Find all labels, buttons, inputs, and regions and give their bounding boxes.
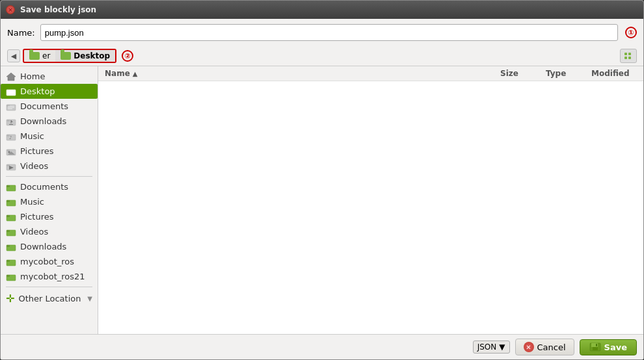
title-bar: × Save blockly json (1, 1, 643, 19)
format-select[interactable]: JSON ▼ (473, 341, 510, 354)
sidebar-divider-2 (6, 287, 92, 287)
sidebar-label-music: Music (20, 131, 44, 141)
annotation-badge-1: ① (625, 27, 637, 38)
sidebar-item-videos[interactable]: Videos (1, 159, 98, 174)
svg-rect-32 (7, 200, 10, 202)
svg-rect-34 (7, 215, 10, 217)
sidebar-divider (6, 176, 92, 177)
col-type: Type (546, 69, 591, 78)
svg-rect-46 (596, 344, 597, 346)
svg-rect-1 (628, 53, 631, 55)
save-icon (589, 342, 601, 352)
sidebar-item-mycobot-ros[interactable]: mycobot_ros (1, 254, 98, 269)
sidebar-item-videos2[interactable]: Videos (1, 224, 98, 239)
sidebar-item-documents2[interactable]: Documents (1, 179, 98, 194)
cancel-button[interactable]: ✕ Cancel (515, 339, 574, 355)
sidebar-item-downloads2[interactable]: Downloads (1, 239, 98, 254)
svg-rect-18 (9, 124, 13, 125)
grid-view-button[interactable] (620, 49, 637, 63)
annotation-badge-2: ② (122, 50, 133, 62)
svg-rect-45 (593, 347, 598, 350)
dialog-title: Save blockly json (20, 5, 96, 14)
svg-rect-8 (7, 90, 10, 92)
home-icon (6, 72, 16, 81)
other-location-arrow: ▼ (87, 295, 92, 302)
folder-icon-downloads (6, 117, 16, 126)
sidebar-label-videos: Videos (20, 161, 48, 171)
breadcrumb-path: er Desktop (23, 49, 116, 63)
sidebar-label-documents: Documents (20, 101, 68, 111)
bottom-bar: JSON ▼ ✕ Cancel Save (1, 334, 643, 359)
col-name[interactable]: Name ▲ (105, 69, 500, 78)
sidebar-item-music[interactable]: ♪ Music (1, 129, 98, 144)
sidebar-item-mycobot-ros21[interactable]: mycobot_ros21 (1, 269, 98, 284)
sidebar-label-pictures: Pictures (20, 146, 53, 156)
save-button[interactable]: Save (580, 339, 637, 355)
sidebar-bottom-section: Documents Music (1, 179, 98, 284)
sidebar-label-documents2: Documents (20, 182, 68, 192)
folder-icon-desktop-sidebar (6, 87, 16, 96)
sidebar-label-pictures2: Pictures (20, 212, 53, 222)
svg-rect-40 (7, 260, 10, 262)
format-label: JSON (477, 342, 497, 352)
sidebar-item-other-location[interactable]: ✛ Other Location ▼ (1, 290, 98, 307)
close-button[interactable]: × (6, 5, 15, 14)
cancel-icon: ✕ (524, 342, 534, 352)
sidebar-label-videos2: Videos (20, 227, 48, 237)
sidebar-label-music2: Music (20, 197, 44, 207)
folder-icon-documents (6, 102, 16, 111)
col-modified: Modified (591, 69, 637, 78)
folder-icon-documents2 (6, 183, 16, 192)
filename-input[interactable] (40, 24, 618, 41)
sidebar-item-music2[interactable]: Music (1, 194, 98, 209)
sidebar-label-other-location: Other Location (18, 294, 81, 303)
svg-rect-0 (624, 53, 627, 55)
svg-rect-42 (7, 275, 10, 277)
folder-icon-videos (6, 162, 16, 171)
svg-rect-36 (7, 230, 10, 232)
folder-icon-downloads2 (6, 242, 16, 251)
breadcrumb-label-er: er (42, 51, 50, 60)
svg-rect-15 (7, 120, 10, 122)
folder-icon-videos2 (6, 227, 16, 237)
svg-rect-11 (8, 106, 14, 107)
save-dialog: × Save blockly json Name: ① ◀ er Desktop… (0, 0, 644, 360)
file-list (98, 81, 643, 334)
svg-rect-2 (624, 57, 627, 59)
sidebar-item-documents[interactable]: Documents (1, 99, 98, 114)
file-area: Name ▲ Size Type Modified (98, 66, 643, 334)
sort-arrow: ▲ (133, 70, 138, 77)
svg-rect-30 (7, 185, 10, 187)
cancel-label: Cancel (537, 342, 566, 352)
file-header: Name ▲ Size Type Modified (98, 66, 643, 81)
sidebar-item-desktop[interactable]: Desktop (1, 84, 98, 99)
folder-icon-mycobot-ros (6, 257, 16, 266)
svg-rect-5 (10, 78, 12, 81)
plus-icon: ✛ (6, 292, 14, 305)
format-arrow: ▼ (499, 342, 505, 352)
folder-icon-er (29, 52, 40, 60)
sidebar: Home Desktop (1, 66, 98, 334)
breadcrumb-item-desktop[interactable]: Desktop (55, 50, 115, 62)
svg-rect-3 (628, 57, 631, 59)
col-size: Size (500, 69, 546, 78)
svg-rect-13 (8, 109, 12, 109)
folder-icon-pictures2 (6, 212, 16, 222)
sidebar-label-downloads2: Downloads (20, 242, 66, 251)
sidebar-item-pictures2[interactable]: Pictures (1, 209, 98, 224)
sidebar-label-mycobot-ros: mycobot_ros (20, 257, 74, 266)
svg-rect-38 (7, 245, 10, 247)
breadcrumb-item-er[interactable]: er (24, 50, 55, 62)
svg-rect-17 (11, 120, 12, 123)
folder-icon-pictures (6, 147, 16, 156)
main-area: Home Desktop (1, 66, 643, 334)
sidebar-item-pictures[interactable]: Pictures (1, 144, 98, 159)
sidebar-item-downloads[interactable]: Downloads (1, 114, 98, 129)
svg-rect-12 (8, 107, 14, 108)
sidebar-item-home[interactable]: Home (1, 69, 98, 84)
folder-icon-mycobot-ros21 (6, 272, 16, 281)
sidebar-label-home: Home (20, 71, 45, 81)
sidebar-label-mycobot-ros21: mycobot_ros21 (20, 272, 85, 281)
breadcrumb-back-button[interactable]: ◀ (7, 49, 20, 62)
breadcrumb-row: ◀ er Desktop ② (1, 46, 643, 66)
